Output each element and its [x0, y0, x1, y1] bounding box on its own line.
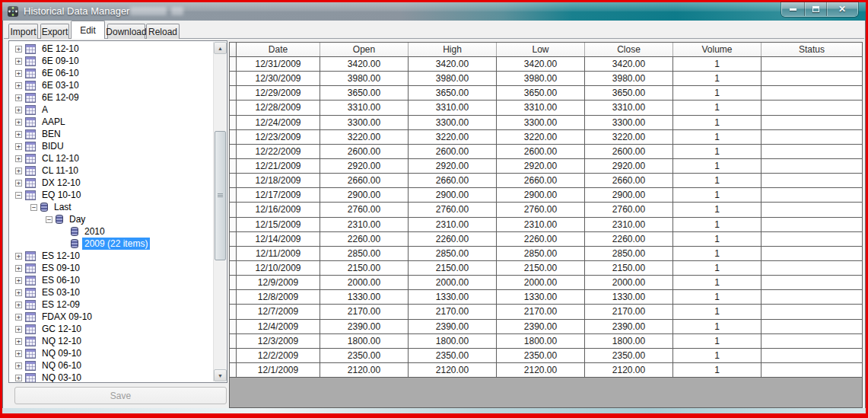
cell-open[interactable]: 2260.00: [320, 232, 409, 246]
maximize-button[interactable]: [804, 2, 826, 16]
cell-volume[interactable]: 1: [673, 72, 761, 85]
tree-item[interactable]: +ES 09-10: [9, 262, 214, 274]
row-header-cell[interactable]: [230, 290, 237, 304]
tree-item[interactable]: +NQ 12-10: [9, 335, 214, 347]
cell-low[interactable]: 2120.00: [497, 363, 585, 377]
cell-low[interactable]: 2760.00: [497, 203, 585, 216]
column-header-status[interactable]: Status: [761, 43, 862, 56]
row-header-cell[interactable]: [230, 203, 237, 216]
cell-date[interactable]: 12/7/2009: [237, 305, 320, 318]
cell-close[interactable]: 2850.00: [585, 247, 673, 260]
cell-close[interactable]: 1330.00: [585, 290, 673, 304]
row-header-cell[interactable]: [230, 247, 237, 260]
column-header-volume[interactable]: Volume: [673, 43, 761, 56]
cell-status[interactable]: [761, 261, 862, 275]
collapse-icon[interactable]: −: [46, 216, 52, 223]
cell-high[interactable]: 2120.00: [409, 363, 497, 377]
cell-close[interactable]: 2660.00: [585, 174, 673, 187]
tree-item[interactable]: 2009 (22 items): [9, 238, 214, 250]
cell-high[interactable]: 2900.00: [409, 188, 497, 202]
cell-status[interactable]: [761, 145, 862, 158]
cell-volume[interactable]: 1: [673, 57, 761, 71]
expand-icon[interactable]: +: [15, 119, 22, 126]
cell-open[interactable]: 1800.00: [320, 334, 409, 348]
row-header-cell[interactable]: [230, 261, 237, 275]
cell-close[interactable]: 3650.00: [585, 86, 673, 100]
cell-open[interactable]: 1330.00: [320, 290, 409, 304]
cell-volume[interactable]: 1: [673, 320, 761, 333]
tree-item[interactable]: +BEN: [9, 128, 214, 140]
cell-volume[interactable]: 1: [673, 363, 761, 377]
cell-low[interactable]: 1330.00: [497, 290, 585, 304]
cell-date[interactable]: 12/24/2009: [237, 116, 320, 129]
cell-close[interactable]: 2000.00: [585, 276, 673, 289]
row-header-cell[interactable]: [230, 145, 237, 158]
row-header-cell[interactable]: [230, 57, 237, 71]
tree-item[interactable]: +NQ 06-10: [9, 359, 214, 372]
cell-low[interactable]: 2000.00: [497, 276, 585, 289]
cell-low[interactable]: 2150.00: [497, 261, 585, 275]
cell-date[interactable]: 12/1/2009: [237, 363, 320, 377]
cell-date[interactable]: 12/21/2009: [237, 159, 320, 173]
row-header-cell[interactable]: [230, 159, 237, 173]
cell-open[interactable]: 3310.00: [320, 101, 409, 114]
cell-open[interactable]: 3220.00: [320, 130, 409, 144]
expand-icon[interactable]: +: [15, 302, 22, 308]
cell-high[interactable]: 2760.00: [409, 203, 497, 216]
cell-high[interactable]: 3300.00: [409, 116, 497, 129]
cell-status[interactable]: [761, 305, 862, 318]
column-header-low[interactable]: Low: [497, 43, 585, 56]
cell-date[interactable]: 12/15/2009: [237, 218, 320, 231]
cell-open[interactable]: 2350.00: [320, 349, 409, 362]
cell-status[interactable]: [761, 116, 862, 129]
expand-icon[interactable]: +: [15, 338, 22, 345]
cell-low[interactable]: 2850.00: [497, 247, 585, 260]
cell-low[interactable]: 2170.00: [497, 305, 585, 318]
tab-import[interactable]: Import: [8, 24, 38, 39]
expand-icon[interactable]: +: [15, 375, 22, 381]
cell-high[interactable]: 2920.00: [409, 159, 497, 173]
cell-low[interactable]: 2310.00: [497, 218, 585, 231]
minimize-button[interactable]: [782, 2, 804, 16]
tree-item[interactable]: +BIDU: [9, 140, 214, 152]
cell-status[interactable]: [761, 247, 862, 260]
scroll-down-icon[interactable]: ▼: [214, 369, 227, 381]
cell-low[interactable]: 3650.00: [497, 86, 585, 100]
cell-close[interactable]: 2150.00: [585, 261, 673, 275]
column-header-close[interactable]: Close: [585, 43, 673, 56]
scrollbar-thumb[interactable]: [215, 131, 226, 260]
cell-date[interactable]: 12/14/2009: [237, 232, 320, 246]
cell-status[interactable]: [761, 86, 862, 100]
cell-status[interactable]: [761, 159, 862, 173]
cell-date[interactable]: 12/16/2009: [237, 203, 320, 216]
expand-icon[interactable]: +: [15, 155, 22, 162]
grid-corner-cell[interactable]: [230, 43, 237, 56]
cell-date[interactable]: 12/10/2009: [237, 261, 320, 275]
tree-item[interactable]: +6E 09-10: [9, 55, 214, 67]
cell-volume[interactable]: 1: [673, 334, 761, 348]
cell-volume[interactable]: 1: [673, 290, 761, 304]
cell-date[interactable]: 12/31/2009: [237, 57, 320, 71]
cell-high[interactable]: 1800.00: [409, 334, 497, 348]
cell-open[interactable]: 3300.00: [320, 116, 409, 129]
column-header-high[interactable]: High: [409, 43, 497, 56]
cell-open[interactable]: 2170.00: [320, 305, 409, 318]
cell-close[interactable]: 3310.00: [585, 101, 673, 114]
row-header-cell[interactable]: [230, 363, 237, 377]
column-header-date[interactable]: Date: [237, 43, 320, 56]
tree-item[interactable]: +NQ 03-10: [9, 372, 214, 382]
cell-open[interactable]: 2920.00: [320, 159, 409, 173]
tree-item[interactable]: +ES 06-10: [9, 274, 214, 286]
cell-low[interactable]: 3980.00: [497, 72, 585, 85]
tab-export[interactable]: Export: [40, 24, 69, 39]
tree-item[interactable]: −Last: [9, 201, 214, 213]
cell-volume[interactable]: 1: [673, 116, 761, 129]
cell-open[interactable]: 3420.00: [320, 57, 409, 71]
cell-status[interactable]: [761, 130, 862, 144]
cell-high[interactable]: 3980.00: [409, 72, 497, 85]
cell-close[interactable]: 2170.00: [585, 305, 673, 318]
cell-open[interactable]: 2850.00: [320, 247, 409, 260]
cell-status[interactable]: [761, 174, 862, 187]
cell-date[interactable]: 12/18/2009: [237, 174, 320, 187]
tree-item[interactable]: −EQ 10-10: [9, 189, 214, 201]
